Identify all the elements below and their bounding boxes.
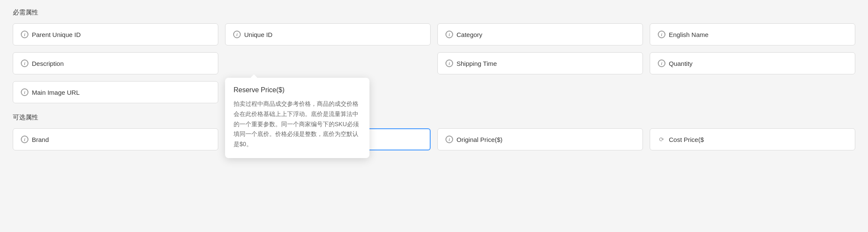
shipping-time-button[interactable]: i Shipping Time (437, 52, 643, 74)
category-button[interactable]: i Category (437, 23, 643, 45)
required-section-title: 必需属性 (13, 8, 855, 17)
original-price-label: Original Price($) (457, 136, 502, 143)
brand-button[interactable]: i Brand (13, 128, 218, 150)
info-icon: i (21, 136, 28, 143)
quantity-button[interactable]: i Quantity (650, 52, 855, 74)
english-name-button[interactable]: i English Name (650, 23, 855, 45)
main-image-url-label: Main Image URL (32, 89, 80, 96)
reserve-price-tooltip: Reserve Price($) 拍卖过程中商品成交参考价格，商品的成交价格会在… (225, 78, 369, 158)
info-icon: i (445, 59, 453, 67)
description-label: Description (32, 60, 64, 67)
unique-id-button[interactable]: i Unique ID (225, 23, 431, 45)
info-icon: i (445, 31, 453, 38)
parent-unique-id-button[interactable]: i Parent Unique ID (13, 23, 218, 45)
quantity-label: Quantity (669, 60, 693, 67)
unique-id-label: Unique ID (244, 31, 273, 38)
required-row-1: i Parent Unique ID i Unique ID i Categor… (13, 23, 855, 45)
empty-slot-3 (650, 81, 855, 103)
parent-unique-id-label: Parent Unique ID (32, 31, 81, 38)
info-icon: i (21, 31, 28, 38)
original-price-button[interactable]: i Original Price($) (437, 128, 643, 150)
shipping-time-label: Shipping Time (457, 60, 497, 67)
optional-section: 可选属性 i Brand i Reserve Price($) i Origin… (13, 113, 855, 150)
info-icon: i (658, 59, 665, 67)
tooltip-text: 拍卖过程中商品成交参考价格，商品的成交价格会在此价格基础上上下浮动。底价是流量算… (234, 99, 361, 150)
optional-section-title: 可选属性 (13, 113, 855, 122)
cost-price-button[interactable]: ⟳ Cost Price($ (650, 128, 855, 150)
brand-label: Brand (32, 136, 49, 143)
description-button[interactable]: i Description (13, 52, 218, 74)
info-icon: i (658, 31, 665, 38)
info-icon: i (21, 59, 28, 67)
empty-slot-2 (437, 81, 643, 103)
tooltip-title: Reserve Price($) (234, 86, 361, 94)
info-icon: i (21, 88, 28, 96)
required-row-2: i Description Reserve Price($) 拍卖过程中商品成交… (13, 52, 855, 74)
cost-price-label: Cost Price($ (669, 136, 704, 143)
optional-row-1: i Brand i Reserve Price($) i Original Pr… (13, 128, 855, 150)
main-image-url-button[interactable]: i Main Image URL (13, 81, 218, 103)
info-icon: i (233, 31, 241, 38)
unique-id-tooltip-container: Reserve Price($) 拍卖过程中商品成交参考价格，商品的成交价格会在… (225, 52, 431, 74)
sync-icon: ⟳ (658, 136, 665, 143)
required-row-3: i Main Image URL (13, 81, 855, 103)
english-name-label: English Name (669, 31, 708, 38)
info-icon: i (445, 136, 453, 143)
category-label: Category (457, 31, 482, 38)
